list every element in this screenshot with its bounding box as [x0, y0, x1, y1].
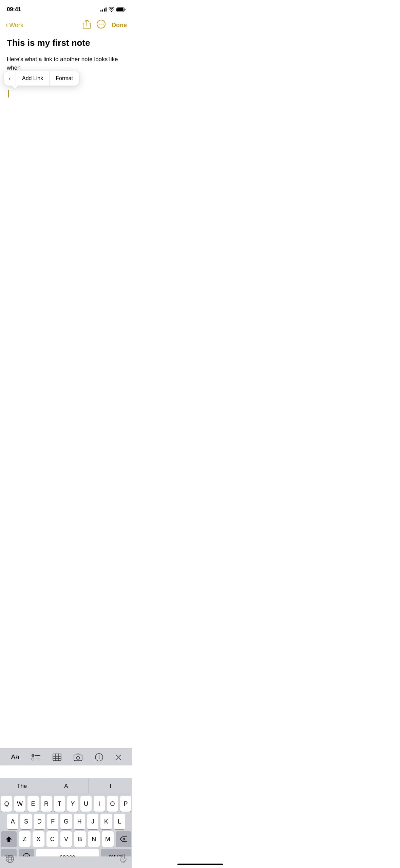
status-bar: 09:41 — [0, 0, 132, 17]
status-time: 09:41 — [7, 6, 21, 13]
share-button[interactable] — [83, 20, 91, 31]
note-title[interactable]: This is my first note — [7, 37, 126, 49]
note-body[interactable]: Here's what a link to another note looks… — [7, 55, 126, 72]
nav-actions: Done — [83, 20, 127, 31]
context-menu-back[interactable]: ‹ — [4, 71, 16, 86]
signal-icon — [100, 7, 107, 12]
status-icons — [100, 7, 126, 12]
back-label: Work — [9, 22, 23, 29]
text-cursor — [8, 90, 9, 97]
svg-point-5 — [103, 24, 104, 25]
note-content: This is my first note Here's what a link… — [0, 35, 132, 97]
format-button[interactable]: Format — [50, 71, 79, 86]
nav-bar: ‹ Work Done — [0, 17, 132, 35]
add-link-button[interactable]: Add Link — [16, 71, 50, 86]
context-menu: ‹ Add Link Format — [4, 71, 79, 86]
svg-rect-1 — [117, 8, 123, 11]
more-button[interactable] — [97, 20, 106, 31]
cursor-line — [7, 90, 126, 97]
back-button[interactable]: ‹ Work — [5, 22, 23, 29]
back-chevron-icon: ‹ — [5, 21, 8, 29]
battery-icon — [116, 7, 126, 12]
svg-point-3 — [99, 24, 100, 25]
svg-point-4 — [101, 24, 102, 25]
wifi-icon — [109, 7, 114, 12]
done-button[interactable]: Done — [112, 22, 127, 29]
